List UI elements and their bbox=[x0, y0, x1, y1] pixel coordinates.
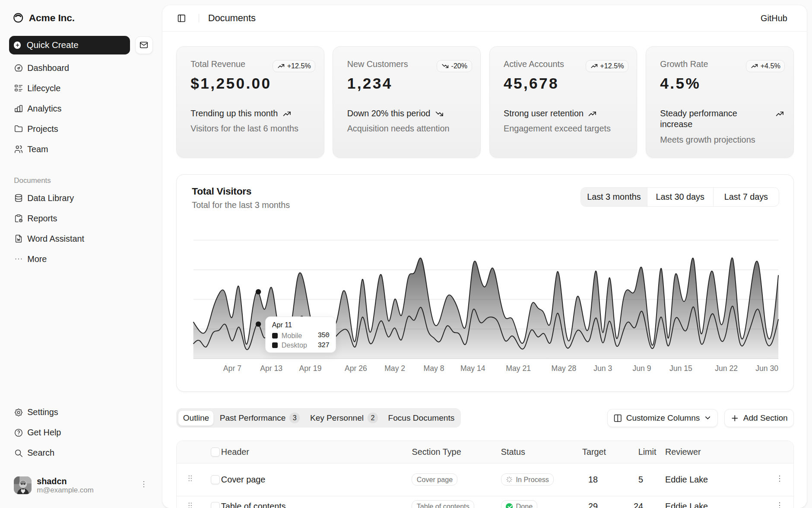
svg-text:Jun 15: Jun 15 bbox=[669, 364, 692, 373]
svg-text:May 14: May 14 bbox=[460, 364, 485, 373]
svg-text:Apr 7: Apr 7 bbox=[223, 364, 241, 373]
svg-text:Jun 22: Jun 22 bbox=[715, 364, 738, 373]
svg-text:Apr 26: Apr 26 bbox=[345, 364, 367, 373]
svg-text:May 2: May 2 bbox=[384, 364, 405, 373]
svg-text:Apr 19: Apr 19 bbox=[299, 364, 322, 373]
svg-text:May 21: May 21 bbox=[506, 364, 531, 373]
svg-text:May 8: May 8 bbox=[424, 364, 444, 373]
svg-text:Apr 13: Apr 13 bbox=[260, 364, 282, 373]
svg-text:Jun 9: Jun 9 bbox=[633, 364, 651, 373]
svg-text:Jun 3: Jun 3 bbox=[593, 364, 612, 373]
svg-text:May 28: May 28 bbox=[552, 364, 577, 373]
svg-text:Jun 30: Jun 30 bbox=[755, 364, 778, 373]
